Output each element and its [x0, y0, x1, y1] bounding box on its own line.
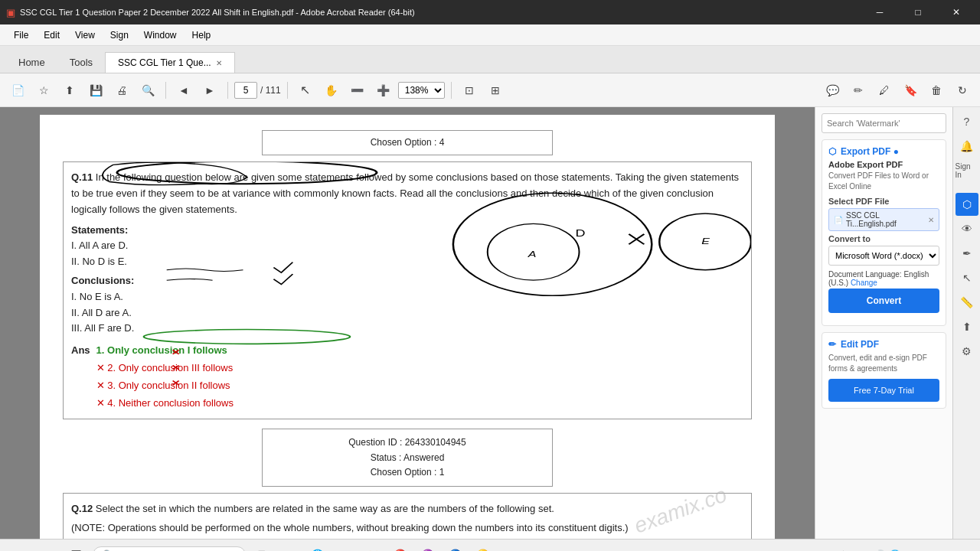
save-btn[interactable]: 💾 [84, 79, 107, 102]
tab-tools[interactable]: Tools [57, 52, 105, 73]
adobe-export-title: Adobe Export PDF [828, 160, 939, 169]
file-icon: 📄 [834, 216, 843, 224]
pdf-page: Chosen Option : 4 D [40, 115, 775, 539]
menu-edit[interactable]: Edit [36, 27, 67, 44]
convert-btn[interactable]: Convert [828, 289, 939, 313]
sep3 [287, 82, 288, 99]
taskbar-app1-btn[interactable]: 📁 [361, 543, 384, 552]
menu-help[interactable]: Help [185, 27, 219, 44]
q11-text: Q.11 In the following question below are… [71, 170, 743, 217]
refresh-btn[interactable]: ↻ [951, 79, 974, 102]
select-pdf-label: Select PDF File [828, 197, 939, 206]
tab-document[interactable]: SSC CGL Tier 1 Que... ✕ [105, 52, 235, 73]
menu-view[interactable]: View [67, 27, 103, 44]
chosen-option-top: Chosen Option : 4 [262, 130, 553, 155]
stmt2: II. No D is E. [71, 254, 743, 270]
draw-btn[interactable]: ✏ [847, 79, 870, 102]
settings-icon-btn[interactable]: ⚙ [956, 340, 978, 363]
change-language-link[interactable]: Change [851, 279, 877, 287]
watermark-search-input[interactable] [822, 113, 946, 133]
question-11-box: D A E [63, 161, 752, 419]
select-tool-btn[interactable]: ↖ [294, 79, 317, 102]
pdf-content-area[interactable]: Chosen Option : 4 D [0, 107, 815, 539]
file-remove-btn[interactable]: ✕ [928, 216, 934, 224]
edit-pdf-header[interactable]: ✏ Edit PDF [828, 339, 939, 350]
file-chip: 📄 SSC CGL Ti...English.pdf ✕ [828, 208, 939, 231]
adobe-export-desc: Convert PDF Files to Word or Excel Onlin… [828, 171, 939, 192]
taskbar-app3-btn[interactable]: 🟣 [416, 543, 439, 552]
maximize-btn[interactable]: □ [900, 0, 936, 24]
page-input[interactable] [234, 82, 257, 99]
taskbar-multitask-btn[interactable]: ⧉ [250, 543, 273, 552]
taskbar-mail-btn[interactable]: 📧 [333, 543, 356, 552]
export-panel-content: ⬡ Export PDF ● Adobe Export PDF Convert … [815, 107, 952, 421]
q11-status: Status : Answered [275, 451, 540, 465]
page-separator: / 111 [260, 85, 281, 96]
pen-tool-btn[interactable]: ✒ [956, 242, 978, 265]
tab-document-label: SSC CGL Tier 1 Que... [118, 57, 211, 68]
new-file-btn[interactable]: 📄 [6, 79, 29, 102]
opt2-wrong: ✕ 2. Only conclusion III follows [96, 360, 234, 377]
statements-label: Statements: [71, 223, 743, 239]
eye-icon-btn[interactable]: 👁 [956, 217, 978, 240]
tab-home[interactable]: Home [6, 52, 57, 73]
taskbar-app5-btn[interactable]: 🟡 [471, 543, 494, 552]
sep2 [227, 82, 228, 99]
taskbar-app2-btn[interactable]: 🔴 [388, 543, 411, 552]
print-btn[interactable]: 🖨 [110, 79, 133, 102]
q11-chosen: Chosen Option : 1 [275, 465, 540, 480]
app-icon: ▣ [6, 7, 15, 18]
windows-start-btn[interactable]: ⊞ [64, 543, 88, 552]
next-page-btn[interactable]: ► [198, 79, 221, 102]
signin-btn[interactable]: Sign In [956, 159, 978, 182]
fit-page-btn[interactable]: ⊡ [458, 79, 481, 102]
export-pdf-header[interactable]: ⬡ Export PDF ● [828, 146, 939, 157]
highlight-btn[interactable]: 🖊 [873, 79, 896, 102]
tab-close-btn[interactable]: ✕ [216, 59, 222, 67]
q11-id: Question ID : 264330104945 [275, 435, 540, 450]
export-tool-btn[interactable]: ⬡ [956, 193, 978, 216]
help-icon-btn[interactable]: ? [956, 110, 978, 133]
taskbar-app4-btn[interactable]: 🔵 [443, 543, 466, 552]
q12-note: (NOTE: Operations should be performed on… [71, 520, 743, 536]
bookmark-btn[interactable]: ☆ [32, 79, 55, 102]
conc2: II. All D are A. [71, 305, 743, 321]
titlebar: ▣ SSC CGL Tier 1 Question Paper 2 Decemb… [0, 0, 980, 24]
convert-to-select[interactable]: Microsoft Word (*.docx) Microsoft Excel … [828, 246, 939, 266]
upload-btn[interactable]: ⬆ [58, 79, 81, 102]
stamp-btn[interactable]: 🔖 [899, 79, 922, 102]
zoom-out-btn[interactable]: ➖ [346, 79, 369, 102]
question-12-box: Q.12 Select the set in which the numbers… [63, 493, 752, 539]
menu-file[interactable]: File [6, 27, 36, 44]
trial-btn[interactable]: Free 7-Day Trial [828, 379, 939, 402]
measure-tool-btn[interactable]: 📏 [956, 291, 978, 314]
taskbar-explorer-btn[interactable]: 🗂 [278, 543, 301, 552]
main-area: Chosen Option : 4 D [0, 107, 980, 539]
prev-page-btn[interactable]: ◄ [172, 79, 195, 102]
menu-sign[interactable]: Sign [103, 27, 136, 44]
zoom-select[interactable]: 138% 100% 75% 150% [398, 82, 445, 99]
export-icon: ⬡ [828, 146, 836, 157]
cursor-tool-btn[interactable]: ↖ [956, 266, 978, 289]
hand-tool-btn[interactable]: ✋ [320, 79, 343, 102]
opt4-wrong: ✕ 4. Neither conclusion follows [96, 396, 234, 412]
edit-pdf-title: Edit PDF [841, 339, 879, 350]
share-icon-btn[interactable]: ⬆ [956, 315, 978, 338]
minimize-btn[interactable]: ─ [862, 0, 897, 24]
taskbar-search-box[interactable]: 🔍 Search [93, 546, 246, 552]
marquee-btn[interactable]: ⊞ [484, 79, 507, 102]
menu-window[interactable]: Window [136, 27, 185, 44]
taskbar-acrobat-btn[interactable]: ▣ [498, 543, 521, 552]
doc-language: Document Language: English (U.S.) Change [828, 270, 939, 287]
window-title: SSC CGL Tier 1 Question Paper 2 December… [20, 8, 415, 17]
zoom-in-btn[interactable]: ➕ [372, 79, 395, 102]
close-btn[interactable]: ✕ [939, 0, 974, 24]
find-btn[interactable]: 🔍 [136, 79, 159, 102]
taskbar: ☁ 35°C Haze ⊞ 🔍 Search ⧉ 🗂 🌐 📧 📁 🔴 🟣 🔵 🟡… [0, 539, 980, 551]
delete-btn[interactable]: 🗑 [925, 79, 948, 102]
sep4 [451, 82, 452, 99]
taskbar-chrome-btn[interactable]: 🌐 [305, 543, 328, 552]
bell-icon-btn[interactable]: 🔔 [956, 135, 978, 158]
right-export-panel: ⬡ Export PDF ● Adobe Export PDF Convert … [815, 107, 952, 539]
comment-btn[interactable]: 💬 [821, 79, 844, 102]
